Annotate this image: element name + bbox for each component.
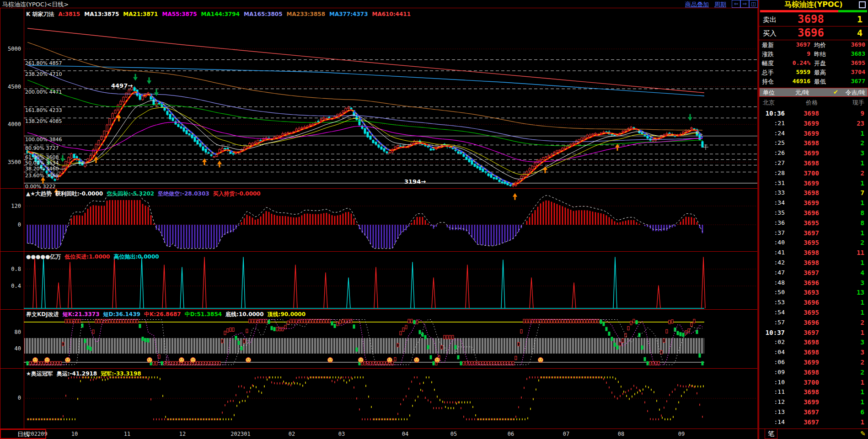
overlay-commodity-link[interactable]: 商品叠加: [685, 0, 709, 9]
split-window-icon[interactable]: ◫: [749, 0, 758, 8]
tick-time: :13: [759, 408, 785, 415]
quote-bottom-bar: 笔 ✎: [759, 428, 868, 439]
pencil-icon[interactable]: ✎: [860, 430, 866, 437]
tick-time: :48: [759, 279, 785, 286]
bid-row: 买入 3696 4: [759, 26, 868, 40]
tick-row: :2837002: [759, 169, 868, 180]
tick-time: :02: [759, 339, 785, 345]
tick-row: :5736962: [759, 319, 868, 329]
tick-row: :0236983: [759, 339, 868, 349]
stat-label: 均价: [814, 41, 826, 49]
bid-price[interactable]: 3696: [786, 26, 836, 39]
tick-row: :1336976: [759, 408, 868, 418]
tick-time: :09: [759, 369, 785, 376]
stat-label: 最低: [814, 78, 826, 86]
tick-volume: 1: [841, 299, 864, 306]
tick-time: :04: [759, 349, 785, 355]
tick-row: :5336961: [759, 299, 868, 309]
tick-time: :42: [759, 259, 785, 266]
back-arrow-icon[interactable]: ⇦: [732, 0, 740, 8]
check-icon: ✔: [833, 89, 838, 95]
tick-price: 3698: [791, 369, 831, 376]
tick-row: :2636993: [759, 149, 868, 159]
tick-price: 3695: [791, 219, 831, 227]
tick-row: :1037001: [759, 379, 868, 389]
tick-time: :14: [759, 418, 785, 425]
tick-volume: 6: [841, 408, 864, 416]
stat-row: 幅度0.24%开盘3695: [759, 59, 868, 69]
ask-row: 卖出 3698 1: [759, 13, 868, 26]
tick-row: :3436991: [759, 199, 868, 209]
tick-price: 3698: [791, 349, 831, 356]
period-tab[interactable]: 日线: [0, 429, 46, 439]
stat-row: 最新3697均价3690: [759, 41, 868, 50]
tick-price: 3697: [791, 229, 831, 237]
unit-value: 元/吨: [795, 89, 809, 97]
stat-value: 3697: [780, 41, 810, 48]
tick-time: 10:36: [759, 110, 785, 117]
tick-row: :3736971: [759, 229, 868, 239]
stat-value: 3704: [831, 69, 865, 75]
stat-value: 46916: [780, 78, 810, 85]
buy-strength: [838, 10, 867, 12]
tick-row: :0436983: [759, 349, 868, 359]
tick-row: :1436971: [759, 418, 868, 428]
stat-value: 3677: [831, 78, 865, 85]
tick-time: :53: [759, 299, 785, 306]
tick-row: :4036952: [759, 239, 868, 249]
unit-alt-value: 令吉/吨: [846, 89, 865, 97]
tick-time: :31: [759, 180, 785, 186]
tick-row: :5436951: [759, 309, 868, 319]
tick-price: 3698: [791, 339, 831, 346]
tick-volume: 1: [841, 159, 864, 167]
ask-price[interactable]: 3698: [786, 13, 836, 26]
tick-row: :2736981: [759, 159, 868, 169]
tick-volume: 8: [841, 219, 864, 227]
tick-price: 3698: [791, 259, 831, 266]
top-bar: 马棕油连(YPOC)<日线> 商品叠加 周期 ⇦ ⇨ ◫: [0, 0, 758, 8]
tick-row: :4236981: [759, 259, 868, 269]
restore-window-icon[interactable]: [859, 1, 866, 8]
tick-volume: 11: [841, 249, 864, 256]
tab-tick[interactable]: 笔: [765, 429, 777, 439]
tick-price: 3697: [791, 418, 831, 426]
tick-row: 10:3636989: [759, 110, 868, 120]
tick-price: 3696: [791, 319, 831, 326]
stat-row: 涨跌9昨结3683: [759, 50, 868, 59]
tick-row: :21369923: [759, 120, 868, 130]
tick-row: :41369811: [759, 249, 868, 259]
stat-row: 总手5959最高3704: [759, 69, 868, 78]
tick-price: 3695: [791, 239, 831, 246]
tick-price: 3700: [791, 169, 831, 177]
chart-area[interactable]: [0, 0, 758, 439]
tick-volume: 2: [841, 359, 864, 366]
buy-sell-strength-bar: [760, 10, 867, 12]
stat-label: 最高: [814, 69, 826, 77]
tick-volume: 3: [841, 279, 864, 286]
sell-strength: [760, 10, 838, 12]
unit-toggle-row[interactable]: 单位 元/吨 ✔ 令吉/吨: [759, 88, 868, 97]
tick-volume: 3: [841, 339, 864, 346]
tick-volume: 1: [841, 229, 864, 237]
tick-time: :35: [759, 209, 785, 216]
tick-price: 3698: [791, 139, 831, 147]
tick-time: :40: [759, 239, 785, 246]
header-volume: 现手: [852, 99, 864, 107]
tick-volume: 1: [841, 199, 864, 206]
stat-row: 持仓46916最低3677: [759, 78, 868, 87]
tick-time: :34: [759, 199, 785, 206]
tick-volume: 4: [841, 269, 864, 276]
tick-volume: 23: [841, 120, 864, 127]
forward-arrow-icon[interactable]: ⇨: [740, 0, 749, 8]
tick-price: 3695: [791, 309, 831, 316]
stat-value: 3683: [831, 50, 865, 57]
header-price: 价格: [806, 99, 818, 107]
tick-price: 3697: [791, 329, 831, 336]
tick-price: 3699: [791, 180, 831, 187]
tick-time: :21: [759, 120, 785, 127]
tick-time: :24: [759, 130, 785, 137]
stat-value: 9: [780, 50, 810, 57]
tick-volume: 1: [841, 309, 864, 316]
stat-label: 开盘: [814, 59, 826, 68]
period-link[interactable]: 周期: [714, 0, 726, 9]
